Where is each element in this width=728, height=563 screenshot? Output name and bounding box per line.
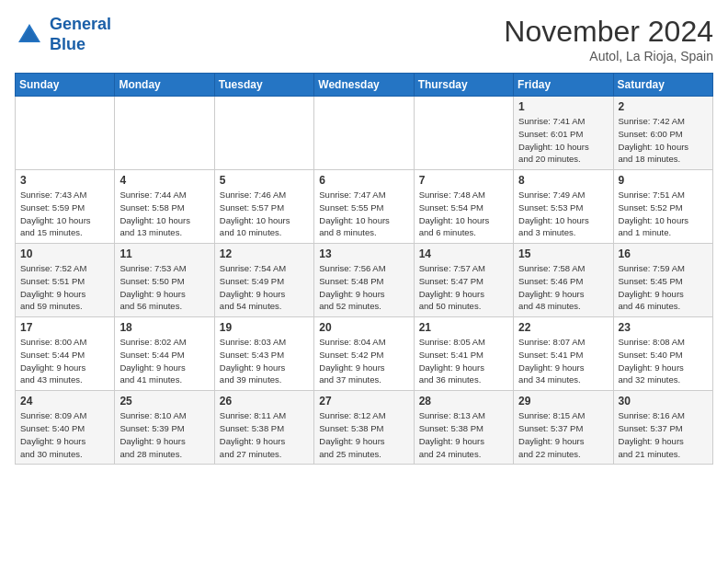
calendar-cell: 8Sunrise: 7:49 AM Sunset: 5:53 PM Daylig… bbox=[514, 170, 613, 244]
location: Autol, La Rioja, Spain bbox=[504, 49, 713, 63]
calendar-week-row: 1Sunrise: 7:41 AM Sunset: 6:01 PM Daylig… bbox=[16, 97, 713, 170]
calendar-cell: 12Sunrise: 7:54 AM Sunset: 5:49 PM Dayli… bbox=[214, 244, 313, 317]
cell-info: Sunrise: 8:00 AM Sunset: 5:44 PM Dayligh… bbox=[20, 336, 109, 386]
logo: General Blue bbox=[15, 15, 111, 54]
day-number: 28 bbox=[419, 395, 508, 408]
cell-info: Sunrise: 7:57 AM Sunset: 5:47 PM Dayligh… bbox=[419, 262, 508, 313]
calendar-cell: 10Sunrise: 7:52 AM Sunset: 5:51 PM Dayli… bbox=[16, 244, 115, 317]
day-number: 6 bbox=[319, 174, 408, 187]
calendar-cell: 27Sunrise: 8:12 AM Sunset: 5:38 PM Dayli… bbox=[314, 391, 414, 465]
day-number: 17 bbox=[20, 321, 109, 334]
cell-info: Sunrise: 8:03 AM Sunset: 5:43 PM Dayligh… bbox=[220, 336, 309, 386]
cell-info: Sunrise: 7:59 AM Sunset: 5:45 PM Dayligh… bbox=[619, 262, 708, 313]
calendar-cell: 13Sunrise: 7:56 AM Sunset: 5:48 PM Dayli… bbox=[314, 244, 414, 317]
calendar-cell: 2Sunrise: 7:42 AM Sunset: 6:00 PM Daylig… bbox=[613, 97, 712, 170]
cell-info: Sunrise: 7:49 AM Sunset: 5:53 PM Dayligh… bbox=[518, 189, 608, 239]
calendar-cell: 24Sunrise: 8:09 AM Sunset: 5:40 PM Dayli… bbox=[16, 391, 115, 465]
calendar-cell: 9Sunrise: 7:51 AM Sunset: 5:52 PM Daylig… bbox=[613, 170, 712, 244]
cell-info: Sunrise: 8:11 AM Sunset: 5:38 PM Dayligh… bbox=[220, 409, 309, 460]
title-block: November 2024 Autol, La Rioja, Spain bbox=[504, 15, 713, 63]
day-number: 5 bbox=[220, 174, 309, 187]
cell-info: Sunrise: 8:02 AM Sunset: 5:44 PM Dayligh… bbox=[119, 336, 209, 386]
cell-info: Sunrise: 8:04 AM Sunset: 5:42 PM Dayligh… bbox=[319, 336, 408, 386]
calendar-cell bbox=[414, 97, 513, 170]
page-header: General Blue November 2024 Autol, La Rio… bbox=[15, 15, 713, 63]
day-number: 30 bbox=[619, 395, 708, 408]
calendar-cell: 1Sunrise: 7:41 AM Sunset: 6:01 PM Daylig… bbox=[514, 97, 613, 170]
calendar-cell: 28Sunrise: 8:13 AM Sunset: 5:38 PM Dayli… bbox=[414, 391, 513, 465]
day-number: 22 bbox=[518, 321, 608, 334]
weekday-header: Monday bbox=[115, 74, 214, 97]
calendar-week-row: 10Sunrise: 7:52 AM Sunset: 5:51 PM Dayli… bbox=[16, 244, 713, 317]
cell-info: Sunrise: 8:07 AM Sunset: 5:41 PM Dayligh… bbox=[518, 336, 608, 386]
cell-info: Sunrise: 7:42 AM Sunset: 6:00 PM Dayligh… bbox=[619, 115, 708, 166]
day-number: 11 bbox=[119, 247, 209, 260]
cell-info: Sunrise: 8:10 AM Sunset: 5:39 PM Dayligh… bbox=[119, 409, 209, 460]
day-number: 21 bbox=[419, 321, 508, 334]
weekday-header: Tuesday bbox=[214, 74, 313, 97]
weekday-header: Sunday bbox=[16, 74, 115, 97]
cell-info: Sunrise: 8:09 AM Sunset: 5:40 PM Dayligh… bbox=[20, 409, 109, 460]
day-number: 18 bbox=[119, 321, 209, 334]
day-number: 8 bbox=[518, 174, 608, 187]
cell-info: Sunrise: 7:54 AM Sunset: 5:49 PM Dayligh… bbox=[220, 262, 309, 313]
day-number: 15 bbox=[518, 247, 608, 260]
day-number: 9 bbox=[619, 174, 708, 187]
calendar-cell bbox=[115, 97, 214, 170]
calendar-cell: 25Sunrise: 8:10 AM Sunset: 5:39 PM Dayli… bbox=[115, 391, 214, 465]
day-number: 19 bbox=[220, 321, 309, 334]
cell-info: Sunrise: 7:52 AM Sunset: 5:51 PM Dayligh… bbox=[20, 262, 109, 313]
day-number: 2 bbox=[619, 100, 708, 113]
day-number: 12 bbox=[220, 247, 309, 260]
day-number: 20 bbox=[319, 321, 408, 334]
calendar-week-row: 24Sunrise: 8:09 AM Sunset: 5:40 PM Dayli… bbox=[16, 391, 713, 465]
cell-info: Sunrise: 8:16 AM Sunset: 5:37 PM Dayligh… bbox=[619, 409, 708, 460]
cell-info: Sunrise: 7:48 AM Sunset: 5:54 PM Dayligh… bbox=[419, 189, 508, 239]
day-number: 13 bbox=[319, 247, 408, 260]
day-number: 10 bbox=[20, 247, 109, 260]
cell-info: Sunrise: 8:08 AM Sunset: 5:40 PM Dayligh… bbox=[619, 336, 708, 386]
day-number: 23 bbox=[619, 321, 708, 334]
calendar-cell: 21Sunrise: 8:05 AM Sunset: 5:41 PM Dayli… bbox=[414, 317, 513, 391]
cell-info: Sunrise: 7:51 AM Sunset: 5:52 PM Dayligh… bbox=[619, 189, 708, 239]
cell-info: Sunrise: 8:15 AM Sunset: 5:37 PM Dayligh… bbox=[518, 409, 608, 460]
calendar-header: SundayMondayTuesdayWednesdayThursdayFrid… bbox=[16, 74, 713, 97]
calendar-cell: 30Sunrise: 8:16 AM Sunset: 5:37 PM Dayli… bbox=[613, 391, 712, 465]
calendar-cell: 7Sunrise: 7:48 AM Sunset: 5:54 PM Daylig… bbox=[414, 170, 513, 244]
calendar-cell: 26Sunrise: 8:11 AM Sunset: 5:38 PM Dayli… bbox=[214, 391, 313, 465]
logo-text: General Blue bbox=[50, 15, 111, 54]
day-number: 27 bbox=[319, 395, 408, 408]
day-number: 3 bbox=[20, 174, 109, 187]
calendar-table: SundayMondayTuesdayWednesdayThursdayFrid… bbox=[15, 73, 713, 465]
calendar-cell: 14Sunrise: 7:57 AM Sunset: 5:47 PM Dayli… bbox=[414, 244, 513, 317]
cell-info: Sunrise: 7:43 AM Sunset: 5:59 PM Dayligh… bbox=[20, 189, 109, 239]
calendar-cell: 6Sunrise: 7:47 AM Sunset: 5:55 PM Daylig… bbox=[314, 170, 414, 244]
cell-info: Sunrise: 7:56 AM Sunset: 5:48 PM Dayligh… bbox=[319, 262, 408, 313]
cell-info: Sunrise: 7:41 AM Sunset: 6:01 PM Dayligh… bbox=[518, 115, 608, 166]
calendar-cell: 5Sunrise: 7:46 AM Sunset: 5:57 PM Daylig… bbox=[214, 170, 313, 244]
calendar-cell: 15Sunrise: 7:58 AM Sunset: 5:46 PM Dayli… bbox=[514, 244, 613, 317]
weekday-header: Thursday bbox=[414, 74, 513, 97]
day-number: 1 bbox=[518, 100, 608, 113]
calendar-cell: 22Sunrise: 8:07 AM Sunset: 5:41 PM Dayli… bbox=[514, 317, 613, 391]
calendar-cell: 3Sunrise: 7:43 AM Sunset: 5:59 PM Daylig… bbox=[16, 170, 115, 244]
cell-info: Sunrise: 7:53 AM Sunset: 5:50 PM Dayligh… bbox=[119, 262, 209, 313]
cell-info: Sunrise: 8:12 AM Sunset: 5:38 PM Dayligh… bbox=[319, 409, 408, 460]
calendar-cell bbox=[214, 97, 313, 170]
cell-info: Sunrise: 7:44 AM Sunset: 5:58 PM Dayligh… bbox=[119, 189, 209, 239]
day-number: 26 bbox=[220, 395, 309, 408]
weekday-header: Wednesday bbox=[314, 74, 414, 97]
day-number: 29 bbox=[518, 395, 608, 408]
day-number: 7 bbox=[419, 174, 508, 187]
calendar-cell: 29Sunrise: 8:15 AM Sunset: 5:37 PM Dayli… bbox=[514, 391, 613, 465]
calendar-week-row: 17Sunrise: 8:00 AM Sunset: 5:44 PM Dayli… bbox=[16, 317, 713, 391]
weekday-header: Saturday bbox=[613, 74, 712, 97]
calendar-cell bbox=[314, 97, 414, 170]
day-number: 24 bbox=[20, 395, 109, 408]
cell-info: Sunrise: 7:46 AM Sunset: 5:57 PM Dayligh… bbox=[220, 189, 309, 239]
cell-info: Sunrise: 7:58 AM Sunset: 5:46 PM Dayligh… bbox=[518, 262, 608, 313]
calendar-cell: 18Sunrise: 8:02 AM Sunset: 5:44 PM Dayli… bbox=[115, 317, 214, 391]
calendar-cell: 16Sunrise: 7:59 AM Sunset: 5:45 PM Dayli… bbox=[613, 244, 712, 317]
day-number: 16 bbox=[619, 247, 708, 260]
day-number: 4 bbox=[119, 174, 209, 187]
